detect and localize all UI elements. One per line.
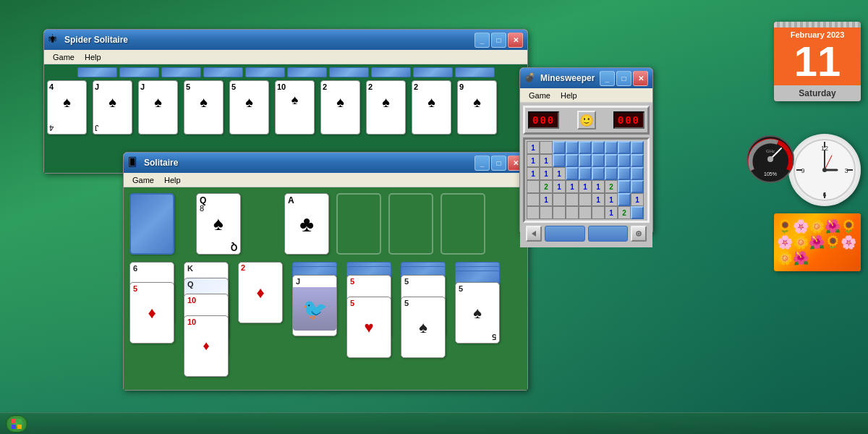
solitaire-tableau-2[interactable]: K ♠ Q 10 ♦ 10 ♦: [184, 262, 231, 385]
mine-cell[interactable]: [592, 154, 605, 167]
mine-cell[interactable]: [631, 180, 644, 193]
mine-cell[interactable]: 2: [540, 180, 553, 193]
mine-cell[interactable]: [592, 167, 605, 180]
mine-cell[interactable]: [540, 206, 553, 219]
mine-cell[interactable]: 1: [592, 193, 605, 206]
sol-t2-card4[interactable]: 10 ♦: [184, 315, 229, 377]
spider-card-10[interactable]: 9 ♠: [457, 80, 497, 135]
mine-cell[interactable]: 1: [605, 193, 618, 206]
mine-cell[interactable]: [527, 206, 540, 219]
mine-cell[interactable]: 1: [540, 193, 553, 206]
mine-cell[interactable]: [579, 154, 592, 167]
sol-t6-card2[interactable]: 5 ♠: [401, 297, 446, 358]
minesweeper-nav-settings[interactable]: [631, 226, 647, 242]
solitaire-menu-game[interactable]: Game: [128, 174, 158, 186]
spider-maximize-button[interactable]: □: [491, 33, 506, 48]
spider-card-2a[interactable]: J ♠ J: [93, 80, 132, 135]
spider-card-5[interactable]: 5 ♠: [229, 80, 269, 135]
solitaire-foundation-3[interactable]: [388, 193, 433, 255]
mine-cell[interactable]: 1: [605, 206, 618, 219]
mine-cell[interactable]: 1: [540, 154, 553, 167]
mine-cell[interactable]: [553, 141, 566, 154]
mine-cell[interactable]: [527, 180, 540, 193]
mine-cell[interactable]: [592, 141, 605, 154]
mine-cell[interactable]: [566, 193, 579, 206]
mine-cell[interactable]: 1: [540, 167, 553, 180]
minesweeper-maximize-button[interactable]: □: [616, 71, 631, 86]
minesweeper-nav-wide[interactable]: [545, 226, 584, 242]
mine-cell[interactable]: [618, 167, 631, 180]
minesweeper-close-button[interactable]: ✕: [633, 71, 648, 86]
mine-cell[interactable]: 1: [592, 180, 605, 193]
solitaire-menu-help[interactable]: Help: [160, 174, 185, 186]
spider-col-1[interactable]: 4 ♠ 4: [47, 80, 90, 167]
mine-cell[interactable]: 1: [566, 180, 579, 193]
mine-cell[interactable]: [631, 154, 644, 167]
solitaire-foundation-4[interactable]: [441, 193, 485, 255]
solitaire-foundation-2[interactable]: [336, 193, 381, 255]
mine-cell[interactable]: [631, 167, 644, 180]
mine-cell[interactable]: [527, 193, 540, 206]
mine-cell[interactable]: [579, 206, 592, 219]
mine-cell[interactable]: [566, 141, 579, 154]
spider-menu-game[interactable]: Game: [48, 51, 79, 63]
mine-cell[interactable]: 1: [631, 193, 644, 206]
solitaire-titlebar[interactable]: 🂠 Solitaire _ □ ✕: [124, 153, 527, 173]
mine-cell[interactable]: [579, 193, 592, 206]
mine-cell[interactable]: [631, 141, 644, 154]
spider-card-9[interactable]: 2 ♠: [412, 80, 451, 135]
mine-cell[interactable]: 1: [527, 141, 540, 154]
spider-card-3[interactable]: J ♠: [138, 80, 178, 135]
spider-minimize-button[interactable]: _: [475, 33, 490, 48]
solitaire-tableau-7[interactable]: 5 ♠ 5: [455, 262, 502, 378]
taskbar[interactable]: [0, 412, 868, 434]
minesweeper-menu-help[interactable]: Help: [556, 90, 582, 101]
mine-cell[interactable]: 2: [605, 180, 618, 193]
minesweeper-grid[interactable]: 1 1 1 1 1: [527, 141, 646, 219]
mine-cell[interactable]: [566, 154, 579, 167]
mine-cell[interactable]: 2: [618, 206, 631, 219]
mine-cell[interactable]: 1: [527, 154, 540, 167]
mine-cell[interactable]: [618, 180, 631, 193]
mine-cell[interactable]: [618, 154, 631, 167]
minesweeper-menu-game[interactable]: Game: [524, 90, 555, 101]
solitaire-tableau-6[interactable]: 5 ♣ 5 ♠: [401, 262, 448, 378]
spider-card-8[interactable]: 2 ♠: [366, 80, 406, 135]
solitaire-tableau-4[interactable]: J 🐦: [292, 262, 339, 378]
sol-t3-card1[interactable]: 2 ♦: [238, 262, 283, 323]
spider-card-4[interactable]: 5 ♠: [184, 80, 224, 135]
mine-cell[interactable]: [553, 206, 566, 219]
minesweeper-face-button[interactable]: 🙂: [577, 111, 596, 129]
mine-cell[interactable]: [631, 206, 644, 219]
spider-card-6[interactable]: 10 ♠: [275, 80, 315, 135]
mine-cell[interactable]: [566, 206, 579, 219]
solitaire-maximize-button[interactable]: □: [491, 156, 506, 171]
spider-close-button[interactable]: ✕: [508, 33, 523, 48]
spider-card-1[interactable]: 4 ♠ 4: [47, 80, 87, 135]
mine-cell[interactable]: [566, 167, 579, 180]
sol-t7-card1[interactable]: 5 ♠ 5: [455, 282, 500, 344]
mine-cell[interactable]: [592, 206, 605, 219]
minesweeper-nav-wide-2[interactable]: [588, 226, 628, 242]
mine-cell[interactable]: [579, 167, 592, 180]
solitaire-stock[interactable]: [129, 193, 174, 255]
mine-cell[interactable]: [618, 141, 631, 154]
mine-cell[interactable]: 1: [553, 167, 566, 180]
mine-cell[interactable]: [605, 141, 618, 154]
mine-cell[interactable]: [579, 141, 592, 154]
mine-cell[interactable]: [540, 141, 553, 154]
solitaire-minimize-button[interactable]: _: [475, 156, 490, 171]
mine-cell[interactable]: [605, 154, 618, 167]
mine-cell[interactable]: 1: [553, 180, 566, 193]
mine-cell[interactable]: 1: [579, 180, 592, 193]
minesweeper-minimize-button[interactable]: _: [600, 71, 615, 86]
minesweeper-titlebar[interactable]: 💣 Minesweeper _ □ ✕: [520, 68, 652, 88]
start-button[interactable]: [6, 415, 27, 433]
sol-t1-card2[interactable]: 5 ♦: [129, 282, 174, 344]
mine-cell[interactable]: [605, 167, 618, 180]
sol-t5-card2[interactable]: 5 ♥: [346, 297, 391, 358]
spider-titlebar[interactable]: 🕷 Spider Solitaire _ □ ✕: [44, 30, 527, 50]
solitaire-foundation-1[interactable]: A ♣: [284, 193, 329, 255]
mine-cell[interactable]: [553, 193, 566, 206]
solitaire-waste-card[interactable]: Q ♠ Q 8: [196, 193, 241, 255]
